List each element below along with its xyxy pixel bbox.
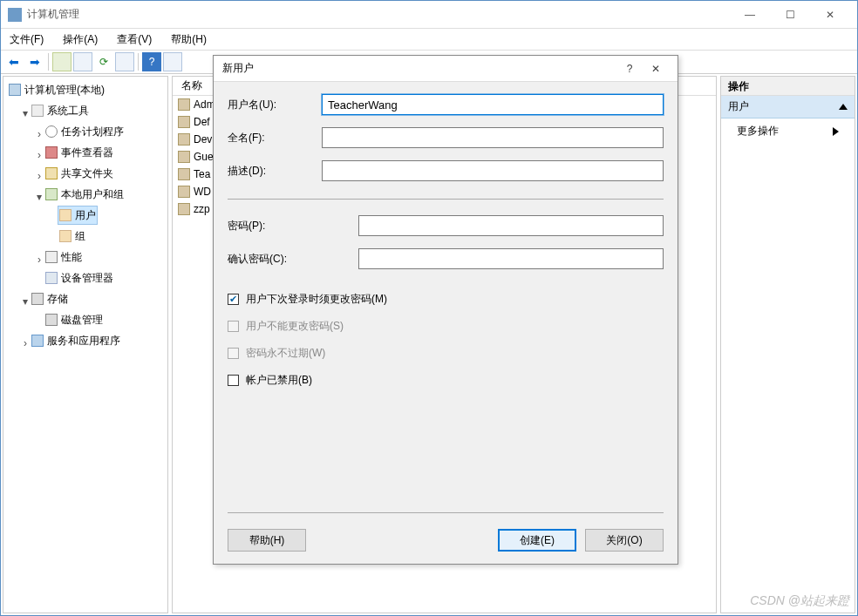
toolbar-separator [48, 53, 49, 71]
dialog-buttons: 帮助(H) 创建(E) 关闭(O) [228, 529, 664, 552]
maximize-button[interactable]: ☐ [770, 1, 810, 29]
checkbox-icon [228, 375, 239, 386]
dialog-title: 新用户 [222, 61, 616, 76]
user-icon [178, 168, 190, 180]
tree-event-viewer[interactable]: 事件查看器 [44, 143, 115, 162]
menu-file[interactable]: 文件(F) [6, 30, 47, 49]
menu-help[interactable]: 帮助(H) [167, 30, 210, 49]
close-button[interactable]: ✕ [810, 1, 850, 29]
checkbox-account-disabled[interactable]: 帐户已禁用(B) [228, 373, 664, 388]
description-input[interactable] [322, 160, 664, 181]
username-input[interactable] [322, 94, 664, 115]
user-icon [178, 133, 190, 146]
separator [228, 199, 664, 200]
actions-section[interactable]: 用户 [721, 96, 855, 118]
menubar: 文件(F) 操作(A) 查看(V) 帮助(H) [1, 29, 857, 50]
window-controls: — ☐ ✕ [730, 1, 850, 29]
tree-groups[interactable]: 组 [58, 227, 87, 246]
checkbox-never-expires: 密码永不过期(W) [228, 346, 664, 361]
confirm-password-input[interactable] [358, 248, 664, 269]
checkbox-icon [228, 294, 239, 305]
toolbar-separator-2 [138, 53, 139, 71]
tree-local-users-groups[interactable]: 本地用户和组 [44, 185, 126, 204]
checkbox-icon [228, 321, 239, 332]
actions-header: 操作 [721, 77, 855, 96]
app-icon [8, 8, 22, 22]
export-button[interactable] [115, 52, 134, 71]
dialog-close-button[interactable]: ✕ [643, 63, 669, 75]
minimize-button[interactable]: — [730, 1, 770, 29]
tree-system-tools[interactable]: 系统工具 [30, 101, 91, 120]
refresh-button[interactable]: ⟳ [94, 52, 113, 71]
username-label: 用户名(U): [228, 98, 322, 112]
tree-panel: 计算机管理(本地) ▾系统工具 ›任务计划程序 ›事件查看器 ›共享文件夹 ▾本… [3, 76, 168, 613]
watermark: CSDN @站起来蹬 [750, 593, 849, 609]
properties-button[interactable] [73, 52, 92, 71]
chevron-right-icon [833, 127, 839, 136]
back-button[interactable]: ⬅ [4, 52, 24, 71]
create-button[interactable]: 创建(E) [498, 529, 576, 552]
forward-button[interactable]: ➡ [25, 52, 44, 71]
view-button[interactable] [163, 52, 182, 71]
tree-services-apps[interactable]: 服务和应用程序 [30, 331, 122, 350]
dialog-body: 用户名(U): 全名(F): 描述(D): 密码(P): 确认密码(C): 用户… [214, 82, 678, 564]
fullname-input[interactable] [322, 127, 664, 148]
password-label: 密码(P): [228, 219, 358, 234]
actions-more[interactable]: 更多操作 [721, 118, 855, 144]
collapse-icon [839, 104, 848, 110]
checkbox-icon [228, 348, 239, 359]
confirm-password-label: 确认密码(C): [228, 252, 358, 267]
new-user-dialog: 新用户 ? ✕ 用户名(U): 全名(F): 描述(D): 密码(P): 确认密… [213, 55, 678, 565]
titlebar: 计算机管理 — ☐ ✕ [1, 1, 857, 29]
dialog-titlebar: 新用户 ? ✕ [214, 56, 678, 82]
help-button[interactable]: ? [142, 52, 161, 71]
password-input[interactable] [358, 215, 664, 236]
tree-storage[interactable]: 存储 [30, 289, 70, 308]
user-icon [178, 203, 190, 215]
tree-root[interactable]: 计算机管理(本地) [7, 80, 106, 99]
up-button[interactable] [52, 52, 72, 71]
description-label: 描述(D): [228, 164, 322, 179]
tree-performance[interactable]: 性能 [44, 247, 84, 267]
help-button[interactable]: 帮助(H) [228, 529, 306, 552]
tree-disk-management[interactable]: 磁盘管理 [44, 310, 105, 329]
actions-panel: 操作 用户 更多操作 [720, 76, 855, 613]
close-button[interactable]: 关闭(O) [585, 529, 664, 552]
tree-device-manager[interactable]: 设备管理器 [44, 268, 115, 288]
menu-view[interactable]: 查看(V) [113, 30, 155, 49]
user-icon [178, 186, 190, 198]
tree-task-scheduler[interactable]: 任务计划程序 [44, 122, 126, 141]
checkbox-cannot-change: 用户不能更改密码(S) [228, 319, 664, 334]
fullname-label: 全名(F): [228, 131, 322, 146]
window-title: 计算机管理 [27, 7, 730, 22]
checkbox-must-change[interactable]: 用户下次登录时须更改密码(M) [228, 292, 664, 307]
dialog-help-button[interactable]: ? [616, 63, 643, 75]
user-icon [178, 151, 190, 163]
user-icon [178, 116, 190, 128]
tree-users[interactable]: 用户 [58, 206, 98, 225]
user-icon [178, 98, 190, 111]
menu-action[interactable]: 操作(A) [59, 30, 101, 49]
separator-2 [228, 512, 664, 513]
tree-shared-folders[interactable]: 共享文件夹 [44, 164, 115, 183]
